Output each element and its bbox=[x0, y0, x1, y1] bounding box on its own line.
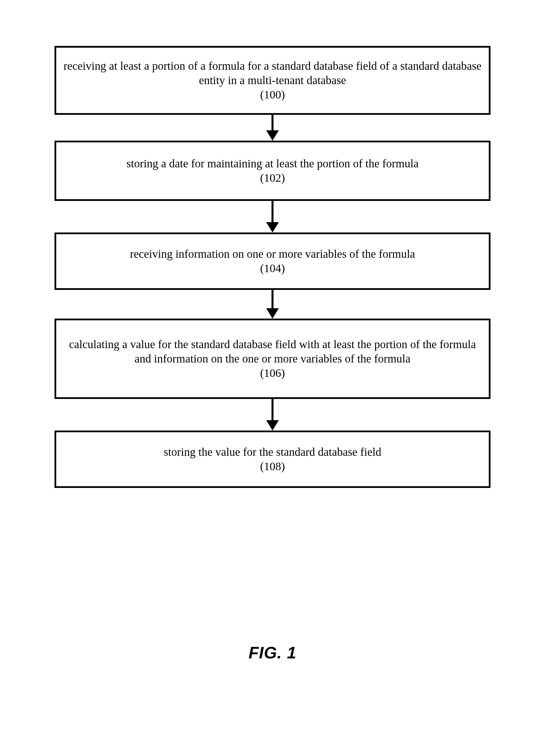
arrow-102-104 bbox=[55, 201, 490, 232]
step-108: storing the value for the standard datab… bbox=[55, 431, 490, 488]
step-ref: (108) bbox=[260, 459, 285, 474]
flowchart: receiving at least a portion of a formul… bbox=[55, 46, 490, 488]
arrow-106-108 bbox=[55, 399, 490, 431]
arrow-down-icon bbox=[264, 290, 281, 319]
step-text: calculating a value for the standard dat… bbox=[62, 337, 483, 366]
arrow-100-102 bbox=[55, 115, 490, 141]
step-100: receiving at least a portion of a formul… bbox=[55, 46, 490, 115]
step-text: receiving information on one or more var… bbox=[130, 247, 415, 261]
step-104: receiving information on one or more var… bbox=[55, 232, 490, 290]
step-text: storing a date for maintaining at least … bbox=[127, 156, 419, 171]
step-ref: (100) bbox=[260, 88, 285, 102]
step-ref: (106) bbox=[260, 366, 285, 380]
arrow-down-icon bbox=[264, 115, 281, 141]
step-102: storing a date for maintaining at least … bbox=[55, 141, 490, 201]
svg-marker-3 bbox=[266, 222, 279, 232]
svg-marker-5 bbox=[266, 308, 279, 319]
svg-marker-7 bbox=[266, 420, 279, 431]
step-ref: (102) bbox=[260, 171, 285, 185]
step-text: storing the value for the standard datab… bbox=[164, 445, 381, 459]
step-ref: (104) bbox=[260, 261, 285, 276]
step-text: receiving at least a portion of a formul… bbox=[62, 59, 483, 88]
figure-label: FIG. 1 bbox=[0, 643, 545, 662]
svg-marker-1 bbox=[266, 130, 279, 141]
step-106: calculating a value for the standard dat… bbox=[55, 319, 490, 399]
arrow-down-icon bbox=[264, 399, 281, 431]
arrow-104-106 bbox=[55, 290, 490, 319]
arrow-down-icon bbox=[264, 201, 281, 232]
